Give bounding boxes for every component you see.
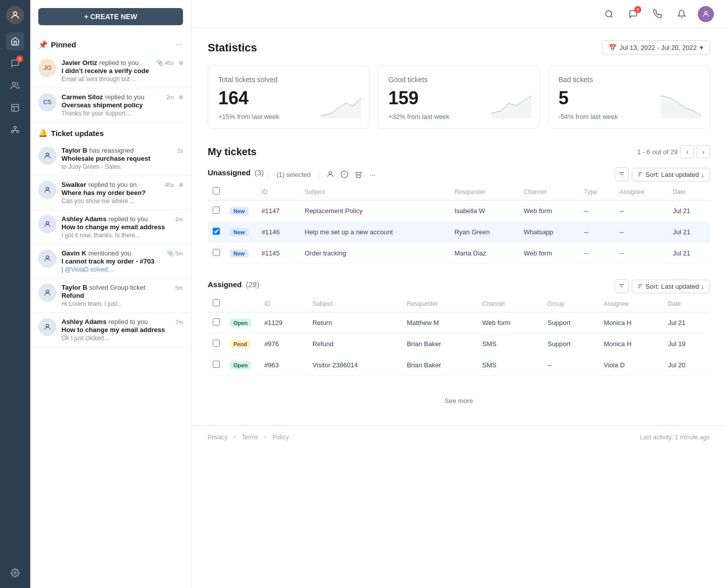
table-row[interactable]: New #1147 Replacement Policy Isabella W … bbox=[208, 201, 710, 222]
notif-name: Taylor B bbox=[62, 284, 87, 291]
assign-icon[interactable] bbox=[323, 167, 337, 181]
notif-time: 📎45s bbox=[156, 59, 174, 66]
user-avatar-header[interactable] bbox=[698, 6, 714, 22]
sidebar-top: + CREATE NEW bbox=[30, 0, 191, 33]
row-checkbox[interactable] bbox=[213, 318, 220, 325]
table-row[interactable]: New #1145 Order tracking Marta Diaz Web … bbox=[208, 243, 710, 264]
ticket-assignee: -- bbox=[615, 243, 668, 264]
table-row[interactable]: Pend #976 Refund Brian Baker SMS Support… bbox=[208, 334, 710, 355]
create-new-button[interactable]: + CREATE NEW bbox=[38, 8, 183, 25]
table-row[interactable]: Open #1129 Return Matthew M Web form Sup… bbox=[208, 312, 710, 334]
ticket-date: Jul 19 bbox=[663, 334, 710, 355]
ticket-subject: Return bbox=[308, 312, 402, 334]
prev-page-button[interactable]: ‹ bbox=[681, 145, 694, 158]
left-nav: 9 bbox=[0, 0, 30, 588]
see-more-button[interactable]: See more bbox=[445, 397, 473, 405]
bell-icon: 🔔 bbox=[38, 128, 48, 138]
status-badge: Open bbox=[230, 319, 251, 327]
update-item[interactable]: Ashley Adams replied to you 2m How to ch… bbox=[30, 210, 191, 244]
terms-link[interactable]: Terms bbox=[242, 434, 259, 441]
delete-icon[interactable] bbox=[351, 167, 366, 181]
ticket-date: Jul 21 bbox=[668, 222, 710, 243]
assigned-count: (29) bbox=[246, 280, 260, 289]
pagination: 1 - 6 out of 29 ‹ › bbox=[637, 145, 710, 158]
notif-subject: Where has my order been? bbox=[62, 189, 174, 197]
nav-reports-icon[interactable] bbox=[6, 99, 24, 117]
pinned-item[interactable]: CS Carmen Siloz replied to you 2m Overse… bbox=[30, 88, 191, 122]
bell-icon[interactable] bbox=[674, 6, 690, 22]
sort-chevron-icon: ↓ bbox=[701, 171, 705, 178]
ticket-subject: Replacement Policy bbox=[299, 201, 449, 222]
ticket-updates-section-header: 🔔 Ticket updates bbox=[30, 122, 191, 142]
notif-action: replied to you bbox=[108, 318, 148, 325]
info-icon[interactable] bbox=[337, 167, 351, 181]
col-id: ID bbox=[257, 183, 300, 201]
date-range-button[interactable]: 📅 Jul 13, 2022 - Jul 20, 2022 ▾ bbox=[602, 40, 710, 55]
statistics-header: Statistics 📅 Jul 13, 2022 - Jul 20, 2022… bbox=[208, 40, 710, 55]
notif-subject: I didn't receive a verify code bbox=[62, 67, 174, 75]
assigned-filter-button[interactable] bbox=[615, 279, 629, 293]
col-subject: Subject bbox=[308, 295, 402, 312]
select-all-unassigned-checkbox[interactable] bbox=[213, 187, 220, 194]
nav-home-icon[interactable] bbox=[6, 32, 24, 50]
ticket-channel: SMS bbox=[477, 334, 542, 355]
table-row[interactable]: Open #963 Visitor 2386014 Brian Baker SM… bbox=[208, 355, 710, 376]
chat-badge: 9 bbox=[16, 55, 23, 62]
table-row[interactable]: New #1146 Help me set up a new account R… bbox=[208, 222, 710, 243]
unread-dot bbox=[179, 61, 183, 65]
stat-card-bad: Bad tickets 5 -54% from last week bbox=[548, 65, 710, 129]
nav-settings-icon[interactable] bbox=[6, 564, 24, 582]
assigned-sort-button[interactable]: Sort: Last updated ↓ bbox=[632, 280, 710, 293]
notif-action: solved Group ticket bbox=[89, 284, 145, 291]
filter-button[interactable] bbox=[615, 167, 629, 181]
svg-marker-20 bbox=[491, 96, 531, 118]
more-icon[interactable]: ··· bbox=[366, 167, 380, 181]
update-item[interactable]: Ashley Adams replied to you 7m How to ch… bbox=[30, 313, 191, 347]
select-all-assigned-checkbox[interactable] bbox=[213, 299, 220, 306]
top-header: 9 bbox=[192, 0, 726, 28]
ticket-type: -- bbox=[579, 243, 615, 264]
update-item[interactable]: Taylor B solved Group ticket 5m Refund H… bbox=[30, 279, 191, 313]
notif-action: replied to you bbox=[99, 59, 139, 67]
notif-time: 2m bbox=[175, 216, 183, 222]
svg-marker-19 bbox=[321, 98, 361, 118]
unassigned-sort-button[interactable]: Sort: Last updated ↓ bbox=[632, 168, 710, 181]
row-checkbox[interactable] bbox=[213, 228, 220, 235]
row-checkbox[interactable] bbox=[213, 361, 220, 368]
nav-chat-icon[interactable]: 9 bbox=[6, 54, 24, 73]
update-item[interactable]: Taylor B has reassigned 2s Wholesale pur… bbox=[30, 142, 191, 176]
row-checkbox[interactable] bbox=[213, 207, 220, 214]
assigned-label: Assigned (29) bbox=[208, 280, 259, 289]
phone-icon[interactable] bbox=[649, 6, 666, 22]
status-badge: New bbox=[230, 228, 249, 236]
ticket-subject: Order tracking bbox=[299, 243, 449, 264]
avatar bbox=[38, 249, 56, 268]
stat-label: Total tickets solved bbox=[218, 76, 359, 84]
pinned-item[interactable]: JO Javier Ortiz replied to you 📎45s I di… bbox=[30, 54, 191, 88]
avatar bbox=[38, 318, 56, 336]
notif-preview: Hi Lorem team, I just... bbox=[62, 300, 183, 307]
ticket-requester: Brian Baker bbox=[402, 334, 477, 355]
footer: Privacy • Terms • Policy Last activity: … bbox=[192, 425, 726, 449]
user-avatar-nav[interactable] bbox=[6, 6, 24, 24]
privacy-link[interactable]: Privacy bbox=[208, 434, 227, 441]
update-item[interactable]: Swalker replied to you on 45s Where has … bbox=[30, 176, 191, 210]
row-checkbox[interactable] bbox=[213, 249, 220, 256]
search-icon[interactable] bbox=[601, 6, 617, 22]
nav-users-icon[interactable] bbox=[6, 77, 24, 95]
notif-time: 7m bbox=[175, 319, 183, 325]
next-page-button[interactable]: › bbox=[697, 145, 710, 158]
nav-team-icon[interactable] bbox=[6, 121, 24, 139]
pinned-more-button[interactable]: ··· bbox=[175, 39, 183, 50]
svg-point-9 bbox=[14, 572, 17, 574]
row-checkbox[interactable] bbox=[213, 340, 220, 347]
policy-link[interactable]: Policy bbox=[272, 434, 288, 441]
messages-icon[interactable]: 9 bbox=[625, 6, 641, 22]
unread-dot bbox=[179, 183, 183, 187]
stat-label: Good tickets bbox=[388, 76, 529, 84]
col-assignee: Assignee bbox=[598, 295, 662, 312]
update-item[interactable]: Gavin K mentioned you 📎5m I cannot track… bbox=[30, 244, 191, 279]
avatar bbox=[38, 147, 56, 165]
svg-marker-21 bbox=[661, 96, 701, 118]
notif-name: Javier Ortiz bbox=[62, 59, 97, 67]
